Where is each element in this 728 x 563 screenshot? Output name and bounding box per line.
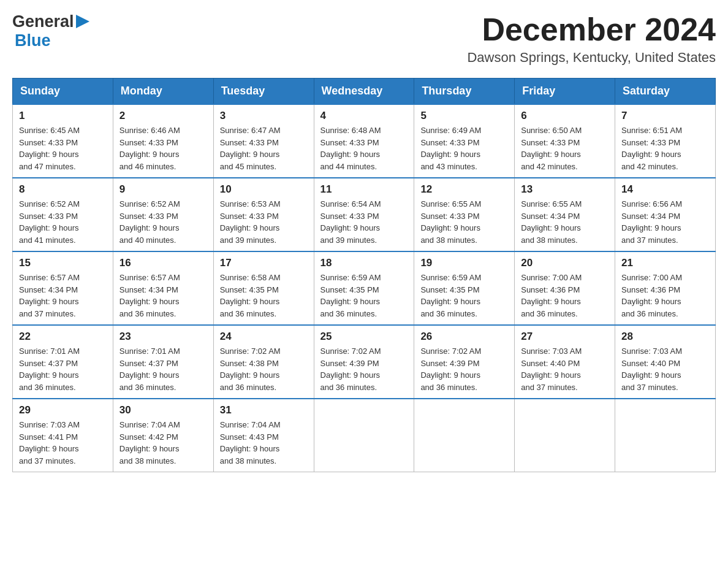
col-header-thursday: Thursday — [414, 79, 515, 105]
day-cell: 5 Sunrise: 6:49 AM Sunset: 4:33 PM Dayli… — [414, 104, 515, 178]
day-number: 28 — [621, 331, 709, 343]
day-cell — [515, 399, 615, 472]
day-info: Sunrise: 6:50 AM Sunset: 4:33 PM Dayligh… — [521, 124, 609, 172]
day-info: Sunrise: 7:02 AM Sunset: 4:38 PM Dayligh… — [220, 345, 308, 393]
calendar-table: SundayMondayTuesdayWednesdayThursdayFrid… — [12, 78, 716, 472]
col-header-monday: Monday — [113, 79, 213, 105]
logo-general-text: General — [12, 12, 74, 31]
day-info: Sunrise: 7:00 AM Sunset: 4:36 PM Dayligh… — [521, 272, 609, 320]
day-cell: 30 Sunrise: 7:04 AM Sunset: 4:42 PM Dayl… — [113, 399, 213, 472]
day-number: 12 — [420, 183, 508, 196]
day-info: Sunrise: 6:55 AM Sunset: 4:34 PM Dayligh… — [521, 198, 609, 246]
day-info: Sunrise: 6:57 AM Sunset: 4:34 PM Dayligh… — [119, 272, 207, 320]
day-number: 11 — [320, 183, 408, 196]
week-row-2: 8 Sunrise: 6:52 AM Sunset: 4:33 PM Dayli… — [13, 178, 716, 251]
day-cell — [414, 399, 515, 472]
day-cell: 15 Sunrise: 6:57 AM Sunset: 4:34 PM Dayl… — [13, 251, 113, 325]
day-info: Sunrise: 6:58 AM Sunset: 4:35 PM Dayligh… — [220, 272, 308, 320]
day-cell: 14 Sunrise: 6:56 AM Sunset: 4:34 PM Dayl… — [615, 178, 716, 251]
day-number: 14 — [621, 183, 709, 196]
day-cell: 24 Sunrise: 7:02 AM Sunset: 4:38 PM Dayl… — [213, 325, 314, 399]
day-info: Sunrise: 6:54 AM Sunset: 4:33 PM Dayligh… — [320, 198, 408, 246]
day-info: Sunrise: 6:59 AM Sunset: 4:35 PM Dayligh… — [420, 272, 508, 320]
day-number: 1 — [19, 110, 107, 122]
day-number: 9 — [119, 183, 207, 196]
day-info: Sunrise: 6:47 AM Sunset: 4:33 PM Dayligh… — [220, 124, 308, 172]
day-info: Sunrise: 7:01 AM Sunset: 4:37 PM Dayligh… — [119, 345, 207, 393]
svg-marker-0 — [76, 15, 89, 28]
day-number: 23 — [119, 331, 207, 343]
day-number: 18 — [320, 257, 408, 269]
day-info: Sunrise: 7:00 AM Sunset: 4:36 PM Dayligh… — [621, 272, 709, 320]
day-cell: 2 Sunrise: 6:46 AM Sunset: 4:33 PM Dayli… — [113, 104, 213, 178]
col-header-tuesday: Tuesday — [213, 79, 314, 105]
calendar-header-row: SundayMondayTuesdayWednesdayThursdayFrid… — [13, 79, 716, 105]
day-cell: 22 Sunrise: 7:01 AM Sunset: 4:37 PM Dayl… — [13, 325, 113, 399]
day-info: Sunrise: 6:53 AM Sunset: 4:33 PM Dayligh… — [220, 198, 308, 246]
day-info: Sunrise: 6:59 AM Sunset: 4:35 PM Dayligh… — [320, 272, 408, 320]
day-number: 4 — [320, 110, 408, 122]
day-cell: 29 Sunrise: 7:03 AM Sunset: 4:41 PM Dayl… — [13, 399, 113, 472]
week-row-3: 15 Sunrise: 6:57 AM Sunset: 4:34 PM Dayl… — [13, 251, 716, 325]
logo-triangle-icon — [76, 15, 89, 28]
col-header-sunday: Sunday — [13, 79, 113, 105]
day-info: Sunrise: 6:46 AM Sunset: 4:33 PM Dayligh… — [119, 124, 207, 172]
day-info: Sunrise: 7:04 AM Sunset: 4:42 PM Dayligh… — [119, 419, 207, 467]
page-header: General Blue December 2024 Dawson Spring… — [12, 12, 716, 66]
day-cell: 23 Sunrise: 7:01 AM Sunset: 4:37 PM Dayl… — [113, 325, 213, 399]
day-number: 17 — [220, 257, 308, 269]
day-info: Sunrise: 6:45 AM Sunset: 4:33 PM Dayligh… — [19, 124, 107, 172]
day-cell: 6 Sunrise: 6:50 AM Sunset: 4:33 PM Dayli… — [515, 104, 615, 178]
day-number: 26 — [420, 331, 508, 343]
logo-blue-text: Blue — [15, 31, 51, 50]
location-title: Dawson Springs, Kentucky, United States — [467, 50, 716, 66]
day-cell: 21 Sunrise: 7:00 AM Sunset: 4:36 PM Dayl… — [615, 251, 716, 325]
col-header-wednesday: Wednesday — [314, 79, 414, 105]
day-number: 20 — [521, 257, 609, 269]
day-number: 2 — [119, 110, 207, 122]
day-cell: 9 Sunrise: 6:52 AM Sunset: 4:33 PM Dayli… — [113, 178, 213, 251]
day-cell: 19 Sunrise: 6:59 AM Sunset: 4:35 PM Dayl… — [414, 251, 515, 325]
day-cell: 20 Sunrise: 7:00 AM Sunset: 4:36 PM Dayl… — [515, 251, 615, 325]
day-number: 15 — [19, 257, 107, 269]
day-number: 30 — [119, 404, 207, 416]
day-cell: 8 Sunrise: 6:52 AM Sunset: 4:33 PM Dayli… — [13, 178, 113, 251]
day-number: 8 — [19, 183, 107, 196]
day-number: 3 — [220, 110, 308, 122]
day-info: Sunrise: 6:56 AM Sunset: 4:34 PM Dayligh… — [621, 198, 709, 246]
day-number: 29 — [19, 404, 107, 416]
day-cell: 10 Sunrise: 6:53 AM Sunset: 4:33 PM Dayl… — [213, 178, 314, 251]
day-cell: 4 Sunrise: 6:48 AM Sunset: 4:33 PM Dayli… — [314, 104, 414, 178]
day-cell: 31 Sunrise: 7:04 AM Sunset: 4:43 PM Dayl… — [213, 399, 314, 472]
day-info: Sunrise: 7:03 AM Sunset: 4:40 PM Dayligh… — [521, 345, 609, 393]
col-header-friday: Friday — [515, 79, 615, 105]
day-number: 16 — [119, 257, 207, 269]
day-info: Sunrise: 6:57 AM Sunset: 4:34 PM Dayligh… — [19, 272, 107, 320]
day-number: 27 — [521, 331, 609, 343]
day-info: Sunrise: 6:52 AM Sunset: 4:33 PM Dayligh… — [119, 198, 207, 246]
week-row-1: 1 Sunrise: 6:45 AM Sunset: 4:33 PM Dayli… — [13, 104, 716, 178]
day-number: 24 — [220, 331, 308, 343]
day-info: Sunrise: 6:52 AM Sunset: 4:33 PM Dayligh… — [19, 198, 107, 246]
title-section: December 2024 Dawson Springs, Kentucky, … — [467, 12, 716, 66]
month-title: December 2024 — [467, 12, 716, 47]
day-info: Sunrise: 7:01 AM Sunset: 4:37 PM Dayligh… — [19, 345, 107, 393]
day-cell: 7 Sunrise: 6:51 AM Sunset: 4:33 PM Dayli… — [615, 104, 716, 178]
day-cell: 26 Sunrise: 7:02 AM Sunset: 4:39 PM Dayl… — [414, 325, 515, 399]
week-row-4: 22 Sunrise: 7:01 AM Sunset: 4:37 PM Dayl… — [13, 325, 716, 399]
day-cell: 25 Sunrise: 7:02 AM Sunset: 4:39 PM Dayl… — [314, 325, 414, 399]
day-info: Sunrise: 7:02 AM Sunset: 4:39 PM Dayligh… — [420, 345, 508, 393]
day-cell: 16 Sunrise: 6:57 AM Sunset: 4:34 PM Dayl… — [113, 251, 213, 325]
day-number: 7 — [621, 110, 709, 122]
col-header-saturday: Saturday — [615, 79, 716, 105]
day-number: 6 — [521, 110, 609, 122]
day-info: Sunrise: 7:04 AM Sunset: 4:43 PM Dayligh… — [220, 419, 308, 467]
day-cell: 17 Sunrise: 6:58 AM Sunset: 4:35 PM Dayl… — [213, 251, 314, 325]
day-number: 22 — [19, 331, 107, 343]
day-info: Sunrise: 6:51 AM Sunset: 4:33 PM Dayligh… — [621, 124, 709, 172]
day-info: Sunrise: 7:03 AM Sunset: 4:41 PM Dayligh… — [19, 419, 107, 467]
day-cell: 1 Sunrise: 6:45 AM Sunset: 4:33 PM Dayli… — [13, 104, 113, 178]
day-info: Sunrise: 6:48 AM Sunset: 4:33 PM Dayligh… — [320, 124, 408, 172]
day-number: 31 — [220, 404, 308, 416]
day-info: Sunrise: 7:02 AM Sunset: 4:39 PM Dayligh… — [320, 345, 408, 393]
